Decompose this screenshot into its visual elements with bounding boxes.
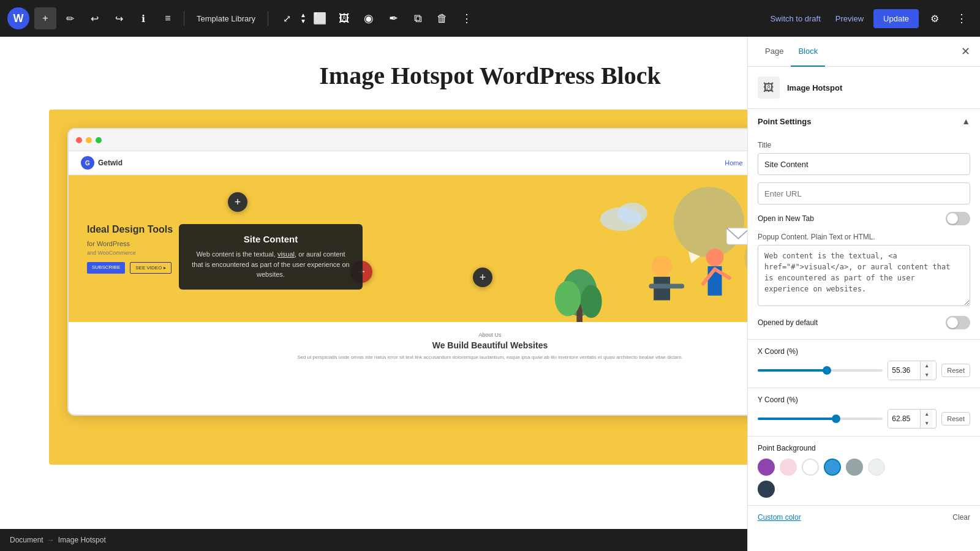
svg-point-9 (706, 249, 724, 266)
toolbar: W + ✏ ↩ ↪ ℹ ≡ Template Library ⤢ ▲ ▼ ⬜ 🖼 (0, 0, 980, 37)
panel-header-point-settings[interactable]: Point Settings ▲ (748, 109, 980, 133)
x-coord-slider-fill (758, 369, 827, 372)
toolbar-right: Switch to draft Preview Update ⚙ ⋮ (765, 7, 973, 29)
color-swatches-row2 (758, 481, 970, 498)
block-icon: 🖼 (758, 77, 780, 99)
tab-block[interactable]: Block (791, 37, 825, 67)
main-layout: Image Hotspot WordPress Block G Getwid (0, 37, 980, 551)
y-coord-row: 62.85 ▲ ▼ Reset (758, 409, 970, 429)
open-new-tab-row: Open in New Tab (758, 212, 970, 225)
template-library-title: Template Library (189, 14, 263, 23)
swatch-blue[interactable] (824, 459, 841, 476)
x-coord-slider[interactable] (758, 369, 883, 372)
redo-button[interactable]: ↪ (108, 7, 130, 29)
x-down-arrow-icon[interactable]: ▼ (921, 370, 933, 380)
paint-button[interactable]: ✒ (382, 7, 404, 29)
breadcrumb-document[interactable]: Document (10, 536, 43, 544)
x-coord-stepper: ▲ ▼ (920, 361, 933, 380)
y-coord-input[interactable]: 62.85 (888, 410, 920, 428)
x-coord-row: 55.36 ▲ ▼ Reset (758, 361, 970, 380)
open-new-tab-toggle[interactable] (946, 212, 970, 225)
y-coord-reset-button[interactable]: Reset (941, 412, 970, 425)
delete-button[interactable]: 🗑 (431, 7, 453, 29)
trash-icon: 🗑 (437, 12, 448, 25)
mock-logo-text: Getwid (98, 159, 123, 167)
svg-point-6 (652, 256, 673, 277)
image-icon: 🖼 (339, 12, 350, 25)
x-up-arrow-icon[interactable]: ▲ (921, 361, 933, 370)
y-up-arrow-icon[interactable]: ▲ (921, 410, 933, 419)
opened-by-default-toggle[interactable] (946, 316, 970, 329)
up-down-control: ▲ ▼ (300, 12, 306, 24)
opened-by-default-row: Opened by default (758, 316, 970, 329)
custom-color-button[interactable]: Custom color (758, 513, 801, 522)
align-icon: ⬜ (313, 12, 326, 25)
y-coord-slider[interactable] (758, 418, 883, 420)
x-coord-reset-button[interactable]: Reset (941, 364, 970, 377)
pencil-icon: ✏ (66, 13, 74, 24)
down-arrow-icon[interactable]: ▼ (300, 18, 306, 24)
chevron-up-icon: ▲ (962, 116, 970, 126)
title-input[interactable] (758, 153, 970, 175)
swatch-pink[interactable] (780, 459, 797, 476)
toolbar-divider-2 (268, 11, 268, 26)
dot-yellow (86, 137, 92, 143)
switch-draft-button[interactable]: Switch to draft (765, 10, 825, 27)
svg-point-5 (581, 285, 602, 318)
plus-icon: + (42, 13, 48, 24)
open-new-tab-label: Open in New Tab (758, 214, 814, 223)
duplicate-button[interactable]: ⧉ (407, 7, 429, 29)
swatch-gray[interactable] (846, 459, 863, 476)
list-button[interactable]: ≡ (157, 7, 179, 29)
y-coord-slider-thumb (832, 414, 840, 423)
redo-icon: ↪ (115, 13, 123, 24)
svg-point-0 (674, 187, 744, 257)
update-button[interactable]: Update (873, 9, 919, 28)
url-field-container (758, 182, 970, 204)
breadcrumb-page[interactable]: Image Hotspot (58, 536, 106, 544)
y-down-arrow-icon[interactable]: ▼ (921, 419, 933, 428)
wp-logo[interactable]: W (7, 7, 29, 29)
image-button[interactable]: 🖼 (333, 7, 355, 29)
plus-icon-2: + (480, 271, 486, 284)
x-coord-input-box: 55.36 ▲ ▼ (888, 361, 937, 380)
mock-subscribe-btn[interactable]: SUBSCRIBE (87, 262, 125, 274)
mock-logo: G Getwid (81, 156, 123, 170)
hotspot-point-1[interactable]: + (228, 192, 247, 212)
location-button[interactable]: ◉ (358, 7, 380, 29)
tab-page[interactable]: Page (758, 37, 791, 67)
block-inspector-name: Image Hotspot (787, 83, 842, 92)
color-swatches (758, 459, 970, 476)
add-block-button[interactable]: + (34, 7, 56, 29)
svg-point-16 (618, 203, 647, 224)
mock-nav-home[interactable]: Home (725, 159, 742, 167)
undo-button[interactable]: ↩ (83, 7, 105, 29)
more-options-button[interactable]: ⋮ (456, 7, 478, 29)
url-input[interactable] (758, 182, 970, 204)
toolbar-divider-1 (184, 11, 184, 26)
tools-button[interactable]: ✏ (59, 7, 81, 29)
hotspot-point-2[interactable]: + (473, 268, 492, 287)
settings-button[interactable]: ⚙ (924, 7, 946, 29)
popup-content-textarea[interactable]: Web content is the textual, <a href="#">… (758, 245, 970, 306)
move-button[interactable]: ⤢ (276, 7, 298, 29)
preview-button[interactable]: Preview (831, 10, 869, 27)
popup-title: Site Content (191, 234, 350, 244)
y-coord-section: Y Coord (%) 62.85 ▲ ▼ Reset (748, 388, 980, 437)
list-icon: ≡ (165, 13, 170, 24)
swatch-light[interactable] (868, 459, 885, 476)
location-icon: ◉ (364, 12, 374, 25)
plus-icon-1: + (235, 196, 241, 209)
options-button[interactable]: ⋮ (951, 7, 973, 29)
swatch-white[interactable] (802, 459, 819, 476)
mock-video-btn[interactable]: SEE VIDEO ▸ (130, 262, 171, 274)
swatch-purple[interactable] (758, 459, 775, 476)
align-button[interactable]: ⬜ (309, 7, 331, 29)
title-field-label: Title (758, 141, 970, 149)
x-coord-input[interactable]: 55.36 (888, 361, 920, 380)
clear-button[interactable]: Clear (952, 513, 970, 522)
ellipsis-icon: ⋮ (956, 12, 967, 25)
swatch-dark[interactable] (758, 481, 775, 498)
info-button[interactable]: ℹ (132, 7, 154, 29)
close-sidebar-button[interactable]: ✕ (961, 37, 970, 66)
